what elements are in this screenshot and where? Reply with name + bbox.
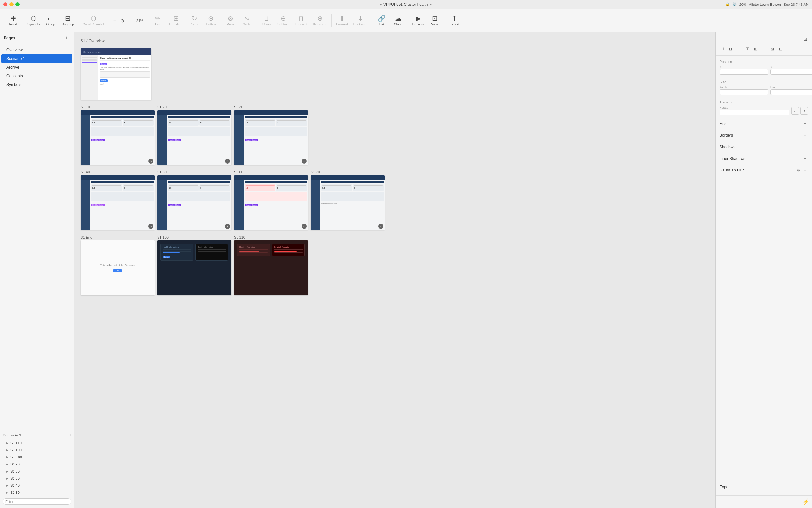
width-input[interactable] xyxy=(720,89,768,95)
gaussian-blur-settings-icon[interactable]: ⚙ xyxy=(797,168,800,172)
filter-input[interactable] xyxy=(3,498,71,505)
gaussian-blur-header[interactable]: Gaussian Blur ⚙ + xyxy=(720,167,808,173)
preview-button[interactable]: ▶ Preview xyxy=(410,14,426,28)
ungroup-button[interactable]: ⊟ Ungroup xyxy=(59,14,76,28)
right-panel: ⊡ ⊣ ⊟ ⊢ ⊤ ⊞ ⊥ ⊠ ⊡ Position X xyxy=(715,32,812,508)
union-button[interactable]: ⊔ Union xyxy=(259,14,275,28)
lightning-section: ⚡ xyxy=(716,496,812,508)
inner-shadows-add-button[interactable]: + xyxy=(802,155,808,162)
align-bottom-button[interactable]: ⊥ xyxy=(760,45,768,53)
size-label: Size xyxy=(720,80,808,84)
maximize-button[interactable] xyxy=(15,2,20,6)
traffic-lights[interactable] xyxy=(3,2,20,6)
zoom-in-button[interactable]: + xyxy=(127,17,133,24)
page-item-scenario1[interactable]: Scenario 1 xyxy=(1,54,73,63)
artboard-s1-100[interactable]: Health Information Button Health Informa… xyxy=(157,241,231,295)
align-left-button[interactable]: ⊣ xyxy=(718,45,726,53)
toolbar-symbols-group: ⬡ Symbols ▭ Group ⊟ Ungroup xyxy=(24,14,78,28)
layer-s1-end[interactable]: ▶ S1 End xyxy=(0,454,74,461)
layer-s1-100[interactable]: ▶ S1 100 xyxy=(0,447,74,454)
artboard-s1-50[interactable]: 5.8 9 Healthy Cluster ⊙ xyxy=(157,175,231,230)
artboard-s1-30[interactable]: 5.8 9 Healthy Cluster ⊙ xyxy=(234,110,308,165)
layer-s1-40[interactable]: ▶ S1 40 xyxy=(0,482,74,489)
artboard-s1-60[interactable]: 5.8 9 Healthy Cluster ⊙ xyxy=(234,175,308,230)
flip-h-button[interactable]: ↔ xyxy=(792,107,799,115)
shadows-add-button[interactable]: + xyxy=(802,144,808,150)
artboard-label-s1-40: S1 40 xyxy=(81,170,155,174)
artboard-s1-end[interactable]: This is the end of the Scenario End xyxy=(81,241,155,295)
export-section: Export + xyxy=(716,480,812,496)
page-item-concepts[interactable]: Concepts xyxy=(1,72,73,80)
view-button[interactable]: ⊡ View xyxy=(426,14,443,28)
add-page-button[interactable]: + xyxy=(63,35,70,41)
scale-button[interactable]: ⤡ Scale xyxy=(239,14,255,28)
minimize-button[interactable] xyxy=(9,2,13,6)
distribute-h-button[interactable]: ⊠ xyxy=(768,45,776,53)
export-button[interactable]: ⬆ Export xyxy=(446,14,462,28)
artboard-s1-70[interactable]: 5.8 9 Lorem ipsum dolor sit amet... xyxy=(311,175,385,230)
toolbar-preview-group: ▶ Preview ⊡ View xyxy=(409,14,445,28)
artboard-container-s1-40: S1 40 5.8 xyxy=(81,170,155,230)
fills-add-button[interactable]: + xyxy=(802,121,808,127)
layer-s1-110[interactable]: ▶ S1 110 xyxy=(0,439,74,447)
canvas-area[interactable]: S1 / Overview UX Improvements xyxy=(74,32,715,508)
page-item-symbols[interactable]: Symbols xyxy=(1,81,73,89)
mask-button[interactable]: ⊗ Mask xyxy=(222,14,238,28)
artboard-s1-40[interactable]: 5.8 9 Healthy Cluster ⊙ xyxy=(81,175,155,230)
borders-add-button[interactable]: + xyxy=(802,132,808,139)
height-input[interactable] xyxy=(770,89,812,95)
difference-button[interactable]: ⊕ Difference xyxy=(310,14,330,28)
symbols-button[interactable]: ⬡ Symbols xyxy=(25,14,42,28)
flip-v-button[interactable]: ↕ xyxy=(800,107,808,115)
x-input[interactable] xyxy=(720,69,768,75)
forward-button[interactable]: ⬆ Forward xyxy=(333,14,351,28)
page-item-archive[interactable]: Archive xyxy=(1,63,73,72)
artboard-overview[interactable]: UX Improvements Share Health summary, Li… xyxy=(81,48,151,100)
edit-button[interactable]: ✏ Edit xyxy=(150,14,166,28)
distribute-v-button[interactable]: ⊡ xyxy=(777,45,784,53)
shadows-header[interactable]: Shadows + xyxy=(720,144,808,150)
align-center-v-button[interactable]: ⊞ xyxy=(752,45,760,53)
fills-header[interactable]: Fills + xyxy=(720,121,808,127)
inner-shadows-header[interactable]: Inner Shadows + xyxy=(720,155,808,162)
layer-s1-60[interactable]: ▶ S1 60 xyxy=(0,468,74,475)
export-add-button[interactable]: + xyxy=(802,484,808,490)
align-center-h-button[interactable]: ⊟ xyxy=(727,45,734,53)
layer-arrow: ▶ xyxy=(6,449,8,452)
group-button[interactable]: ▭ Group xyxy=(43,14,59,28)
layer-s1-50[interactable]: ▶ S1 50 xyxy=(0,475,74,482)
intersect-button[interactable]: ⊓ Intersect xyxy=(292,14,310,28)
align-top-button[interactable]: ⊤ xyxy=(743,45,751,53)
artboard-s1-10[interactable]: 5.8 9 Healthy Cluster ⊙ xyxy=(81,110,155,165)
borders-header[interactable]: Borders + xyxy=(720,132,808,139)
layer-s1-70[interactable]: ▶ S1 70 xyxy=(0,461,74,468)
subtract-button[interactable]: ⊖ Subtract xyxy=(275,14,292,28)
align-right-button[interactable]: ⊢ xyxy=(735,45,743,53)
y-input[interactable] xyxy=(770,69,812,75)
lightning-icon[interactable]: ⚡ xyxy=(802,499,809,505)
toolbar-export-group: ⬆ Export xyxy=(445,14,464,28)
artboard-s1-110[interactable]: Health Information Health Information xyxy=(234,241,308,295)
panel-collapse-button[interactable]: ⊡ xyxy=(801,35,809,43)
size-row: Width Height xyxy=(720,86,808,95)
layer-s1-30[interactable]: ▶ S1 30 xyxy=(0,489,74,496)
backward-button[interactable]: ⬇ Backward xyxy=(351,14,370,28)
gaussian-blur-add-button[interactable]: + xyxy=(802,167,808,173)
flatten-button[interactable]: ⊝ Flatten xyxy=(203,14,219,28)
export-header[interactable]: Export + xyxy=(720,484,808,490)
link-button[interactable]: 🔗 Link xyxy=(374,14,390,28)
layer-arrow: ▶ xyxy=(6,463,8,466)
create-symbol-button[interactable]: ⬡ Create Symbol xyxy=(80,14,107,28)
rotate-button[interactable]: ↻ Rotate xyxy=(186,14,202,28)
page-item-overview[interactable]: Overview xyxy=(1,46,73,54)
close-button[interactable] xyxy=(3,2,7,6)
rotate-input[interactable] xyxy=(720,110,790,115)
artboard-s1-20[interactable]: 5.8 9 Healthy Cluster ⊙ xyxy=(157,110,231,165)
transform-button[interactable]: ⊞ Transform xyxy=(166,14,186,28)
insert-button[interactable]: ✚ Insert xyxy=(5,14,21,28)
gaussian-blur-group: Gaussian Blur ⚙ + xyxy=(720,167,808,173)
cloud-button[interactable]: ☁ Cloud xyxy=(390,14,406,28)
layers-title: Scenario 1 xyxy=(3,433,21,437)
zoom-out-button[interactable]: − xyxy=(111,17,118,24)
zoom-fit-button[interactable]: ⊙ xyxy=(119,17,126,24)
